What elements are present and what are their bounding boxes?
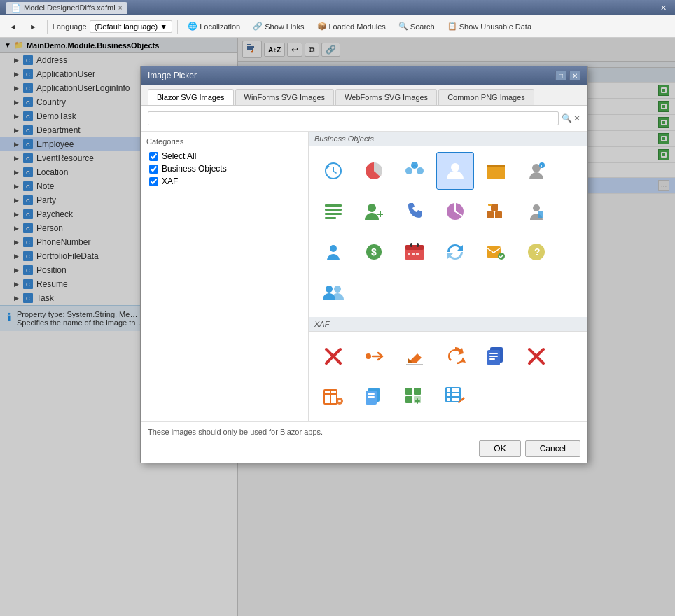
close-btn[interactable]: ✕	[657, 4, 669, 13]
ok-button[interactable]: OK	[479, 440, 520, 457]
minimize-btn[interactable]: ─	[628, 4, 639, 13]
search-submit-icon[interactable]: 🔍	[562, 113, 572, 123]
svg-rect-46	[412, 253, 415, 255]
localization-btn[interactable]: 🌐 Localization	[183, 19, 245, 34]
category-select-all-checkbox[interactable]	[149, 152, 158, 161]
icon-phone[interactable]	[396, 192, 433, 230]
icon-copy-blue[interactable]	[477, 337, 515, 375]
section-business-objects-header: Business Objects	[309, 132, 587, 146]
search-btn[interactable]: 🔍 Search	[394, 19, 440, 34]
icon-boxes[interactable]	[477, 192, 515, 230]
svg-rect-35	[488, 204, 492, 206]
title-bar-controls: ─ □ ✕	[628, 4, 669, 13]
svg-rect-26	[325, 213, 342, 215]
icon-calendar[interactable]	[396, 233, 433, 271]
category-xaf[interactable]: XAF	[146, 175, 302, 188]
svg-rect-30	[377, 214, 383, 215]
category-select-all[interactable]: Select All	[146, 150, 302, 162]
category-business-objects[interactable]: Business Objects	[146, 162, 302, 175]
icon-info-person[interactable]: i	[517, 152, 555, 190]
svg-rect-79	[446, 388, 460, 402]
svg-rect-72	[368, 396, 375, 398]
svg-rect-45	[408, 253, 410, 255]
icon-employee-selected[interactable]	[436, 152, 474, 190]
icon-folder[interactable]	[477, 152, 515, 190]
globe-icon: 🌐	[188, 22, 197, 31]
icon-copy-blue-2[interactable]	[355, 378, 393, 416]
svg-rect-32	[487, 211, 494, 218]
tab-webforms-svg[interactable]: WebForms SVG Images	[335, 89, 437, 105]
svg-point-53	[334, 286, 341, 293]
icons-panel: Business Objects	[309, 132, 587, 421]
loaded-modules-btn[interactable]: 📦 Loaded Modules	[312, 19, 391, 34]
icon-chart-purple[interactable]	[436, 192, 474, 230]
tab-common-png[interactable]: Common PNG Images	[438, 89, 534, 105]
svg-rect-60	[489, 353, 498, 354]
icon-sync[interactable]	[436, 233, 474, 271]
svg-rect-37	[538, 211, 543, 218]
image-picker-dialog: Image Picker □ ✕ Blazor SVG Images WinFo…	[140, 66, 588, 463]
show-links-btn[interactable]: 🔗 Show Links	[248, 19, 309, 34]
show-links-label: Show Links	[265, 22, 304, 31]
icon-table-settings[interactable]	[314, 378, 352, 416]
tab-winforms-svg-label: WinForms SVG Images	[244, 93, 326, 102]
language-value: (Default language)	[95, 22, 158, 31]
tab-blazor-svg[interactable]: Blazor SVG Images	[148, 89, 234, 105]
categories-title: Categories	[146, 137, 302, 146]
svg-rect-27	[325, 217, 336, 219]
icon-list[interactable]	[314, 192, 352, 230]
file-tab[interactable]: 📄 Model.DesignedDiffs.xafml ×	[6, 2, 127, 14]
search-input[interactable]	[148, 111, 559, 125]
svg-rect-47	[416, 253, 419, 255]
language-dropdown[interactable]: (Default language) ▼	[90, 20, 172, 33]
icon-grid-plus[interactable]	[396, 378, 433, 416]
search-clear-icon[interactable]: ✕	[573, 113, 580, 123]
dropdown-arrow-icon: ▼	[160, 22, 167, 31]
svg-text:?: ?	[534, 246, 541, 258]
icon-person-search[interactable]	[314, 233, 352, 271]
dialog-title-btns: □ ✕	[555, 71, 580, 80]
svg-point-28	[368, 204, 376, 212]
tab-close-btn[interactable]: ×	[118, 4, 123, 12]
icon-eraser[interactable]	[396, 337, 433, 375]
search-icon: 🔍	[398, 22, 408, 31]
footer-buttons: OK Cancel	[148, 440, 580, 457]
icon-x-red[interactable]	[314, 337, 352, 375]
category-xaf-label: XAF	[162, 176, 178, 186]
nav-back-btn[interactable]: ◄	[4, 20, 22, 34]
dialog-search-bar: 🔍 ✕	[141, 106, 587, 132]
icon-pie-chart[interactable]	[355, 152, 393, 190]
icon-question-person[interactable]: ?	[517, 233, 555, 271]
svg-rect-33	[495, 211, 502, 218]
svg-point-38	[330, 245, 337, 252]
icon-pencil-grid[interactable]	[436, 378, 474, 416]
dialog-maximize-btn[interactable]: □	[555, 71, 566, 80]
icon-history[interactable]	[314, 152, 352, 190]
icon-refresh[interactable]	[436, 337, 474, 375]
dialog-tabs: Blazor SVG Images WinForms SVG Images We…	[141, 85, 587, 106]
business-objects-icons-grid: i	[309, 146, 587, 317]
nav-forward-btn[interactable]: ►	[25, 20, 42, 34]
dialog-titlebar: Image Picker □ ✕	[141, 66, 587, 85]
category-xaf-checkbox[interactable]	[149, 177, 158, 186]
icon-person-badge[interactable]	[517, 192, 555, 230]
cancel-button[interactable]: Cancel	[525, 440, 580, 457]
loaded-modules-label: Loaded Modules	[329, 22, 386, 31]
category-business-objects-checkbox[interactable]	[149, 164, 158, 174]
icon-x-red-2[interactable]	[517, 337, 555, 375]
dialog-close-btn[interactable]: ✕	[569, 71, 580, 80]
tab-winforms-svg[interactable]: WinForms SVG Images	[235, 89, 335, 105]
icon-arrow-right-dot[interactable]	[355, 337, 393, 375]
icon-envelope-check[interactable]	[477, 233, 515, 271]
icon-dollar[interactable]: $	[355, 233, 393, 271]
dialog-title: Image Picker	[148, 71, 197, 80]
icon-group-connect[interactable]	[396, 152, 433, 190]
icon-person-add[interactable]	[355, 192, 393, 230]
maximize-btn[interactable]: □	[643, 4, 653, 13]
show-unusable-btn[interactable]: 📋 Show Unusable Data	[443, 19, 536, 34]
toolbar-sep-1	[47, 20, 48, 34]
footer-note: These images should only be used for Bla…	[148, 428, 580, 436]
title-bar: 📄 Model.DesignedDiffs.xafml × ─ □ ✕	[0, 0, 675, 15]
dialog-main-content: Categories Select All Business Objects X…	[141, 132, 587, 421]
icon-people[interactable]	[314, 274, 352, 312]
